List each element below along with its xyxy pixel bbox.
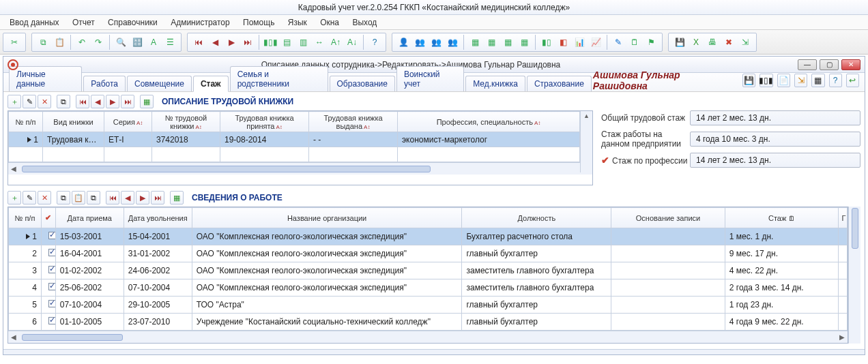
wb-col-prof[interactable]: Профессия, специальностьA↕ (398, 112, 580, 132)
tb-sort-desc-icon[interactable]: A↓ (345, 35, 360, 50)
wb-last-button[interactable]: ⏭ (121, 95, 134, 108)
jb-col-tick[interactable]: ✔ (41, 208, 55, 228)
tab-personal[interactable]: Личные данные (9, 66, 82, 91)
tb-font-icon[interactable]: А (146, 35, 161, 50)
jb-copy-button[interactable]: ⧉ (57, 191, 70, 204)
jb-dup-button[interactable]: ⧉ (87, 191, 100, 204)
wb-grid-button[interactable]: ▦ (140, 95, 154, 108)
tb-color-icon[interactable]: ◧ (555, 35, 570, 50)
emp-export-icon[interactable]: ⇲ (794, 74, 807, 87)
wb-col-accepted[interactable]: Трудовая книжка принятаA↕ (220, 112, 309, 132)
nav-last-icon[interactable]: ⏭ (240, 35, 255, 50)
jb-last-button[interactable]: ⏭ (151, 191, 164, 204)
row-include-checkbox[interactable] (48, 266, 55, 273)
tb-form3-icon[interactable]: ▦ (500, 35, 515, 50)
menu-help[interactable]: Помощь (237, 15, 280, 30)
tb-chart-icon[interactable]: 📈 (588, 35, 603, 50)
tb-export-icon[interactable]: ⇲ (738, 35, 753, 50)
tab-family[interactable]: Семья и родственники (230, 66, 328, 91)
jb-edit-button[interactable]: ✎ (23, 191, 36, 204)
menu-exit[interactable]: Выход (347, 15, 382, 30)
wb-copy-button[interactable]: ⧉ (57, 95, 70, 108)
tb-copy-icon[interactable]: ⧉ (35, 35, 50, 50)
workbook-row[interactable]: 1 Трудовая книж ЕТ-І 3742018 19-08-2014 … (9, 132, 580, 147)
jb-col-stage[interactable]: Стаж 🗓 (725, 208, 839, 228)
tb-people3-icon[interactable]: 👥 (429, 35, 444, 50)
tab-work[interactable]: Работа (83, 76, 126, 91)
jb-del-button[interactable]: ✕ (38, 191, 51, 204)
tb-barcode-icon[interactable]: ▮▯▮ (263, 35, 278, 50)
tb-people1-icon[interactable]: 👤 (396, 35, 411, 50)
tb-redo-icon[interactable]: ↷ (91, 35, 106, 50)
row-include-checkbox[interactable] (48, 300, 55, 307)
jb-grid-button[interactable]: ▦ (170, 191, 184, 204)
wb-prev-button[interactable]: ◀ (91, 95, 104, 108)
jobs-row[interactable]: 115-03-200115-04-2001ОАО "Комплексная ге… (9, 228, 848, 245)
wb-col-kind[interactable]: Вид книжки (43, 112, 104, 132)
jb-prev-button[interactable]: ◀ (121, 191, 134, 204)
menu-windows[interactable]: Окна (315, 15, 345, 30)
jb-col-org[interactable]: Название организации (192, 208, 462, 228)
nav-first-icon[interactable]: ⏮ (191, 35, 206, 50)
wb-col-number[interactable]: № трудовой книжкиA↕ (152, 112, 220, 132)
close-button[interactable]: ✕ (841, 59, 860, 70)
row-include-checkbox[interactable] (48, 283, 55, 290)
tb-expand-icon[interactable]: ↔ (312, 35, 327, 50)
jb-paste-button[interactable]: 📋 (72, 191, 85, 204)
jb-col-basis[interactable]: Основание записи (611, 208, 725, 228)
minimize-button[interactable]: — (798, 59, 817, 70)
maximize-button[interactable]: ▢ (820, 59, 839, 70)
jobs-vscroll[interactable] (848, 207, 860, 344)
tb-undo-icon[interactable]: ↶ (74, 35, 89, 50)
tb-people2-icon[interactable]: 👥 (412, 35, 427, 50)
tb-form4-icon[interactable]: ▦ (517, 35, 532, 50)
menu-input[interactable]: Ввод данных (4, 15, 65, 30)
tb-clear-icon[interactable]: ✖ (721, 35, 736, 50)
tb-flag-icon[interactable]: ⚑ (643, 35, 659, 50)
tb-stats-icon[interactable]: 📊 (572, 35, 587, 50)
tb-form1-icon[interactable]: ▦ (467, 35, 482, 50)
jb-col-n[interactable]: № п/п (9, 208, 42, 228)
tab-medbook[interactable]: Мед.книжка (465, 76, 525, 91)
tab-insurance[interactable]: Страхование (527, 76, 592, 91)
jobs-row[interactable]: 216-04-200131-01-2002ОАО "Комплексная ге… (9, 245, 848, 262)
tb-grid-icon[interactable]: ▤ (279, 35, 294, 50)
jobs-row[interactable]: 301-02-200224-06-2002ОАО "Комплексная ге… (9, 262, 848, 279)
jobs-row[interactable]: 425-06-200207-10-2004ОАО "Комплексная ге… (9, 279, 848, 297)
tb-print-icon[interactable]: 🖶 (705, 35, 720, 50)
tb-note-icon[interactable]: 🗒 (627, 35, 642, 50)
tb-sort-asc-icon[interactable]: A↑ (328, 35, 343, 50)
wb-col-issued[interactable]: Трудовая книжка выданаA↕ (309, 112, 398, 132)
tb-search-icon[interactable]: 🔍 (113, 35, 128, 50)
menu-admin[interactable]: Администратор (165, 15, 235, 30)
tb-paste-icon[interactable]: 📋 (52, 35, 67, 50)
jobs-row[interactable]: 601-10-200523-07-2010Учреждение "Костана… (9, 314, 848, 331)
emp-help-icon[interactable]: ? (829, 74, 842, 87)
wb-col-n[interactable]: № п/п (9, 112, 43, 132)
tb-edit-icon[interactable]: ✎ (611, 35, 626, 50)
emp-doc-icon[interactable]: 📄 (777, 74, 790, 87)
emp-save-icon[interactable]: 💾 (742, 74, 755, 87)
tb-cut-icon[interactable]: ✂ (7, 35, 22, 50)
tb-excel-icon[interactable]: X (689, 35, 704, 50)
tb-columns-icon[interactable]: ▥ (295, 35, 310, 50)
tab-military[interactable]: Воинский учет (396, 66, 464, 91)
wb-edit-button[interactable]: ✎ (23, 95, 36, 108)
jobs-grid[interactable]: № п/п ✔ Дата приема Дата увольнения Назв… (8, 207, 848, 331)
tb-barcode2-icon[interactable]: ▮▯ (539, 35, 554, 50)
wb-add-button[interactable]: ＋ (8, 95, 21, 108)
workbook-vscroll[interactable]: ▲ (580, 111, 592, 172)
emp-barcode-icon[interactable]: ▮▯▮ (760, 74, 773, 87)
row-include-checkbox[interactable] (48, 317, 55, 324)
workbook-hscroll[interactable]: ◀▶ (8, 162, 592, 175)
emp-table-icon[interactable]: ▦ (811, 74, 824, 87)
menu-lang[interactable]: Язык (283, 15, 313, 30)
tb-people4-icon[interactable]: 👥 (445, 35, 460, 50)
jobs-hscroll[interactable]: ◀▶ (8, 331, 848, 343)
tb-form2-icon[interactable]: ▦ (484, 35, 499, 50)
tb-replace-icon[interactable]: 🔠 (130, 35, 145, 50)
jobs-row[interactable]: 507-10-200429-10-2005ТОО "Астра"главный … (9, 297, 848, 314)
row-include-checkbox[interactable] (48, 249, 55, 256)
nav-next-icon[interactable]: ▶ (224, 35, 239, 50)
jb-next-button[interactable]: ▶ (136, 191, 149, 204)
